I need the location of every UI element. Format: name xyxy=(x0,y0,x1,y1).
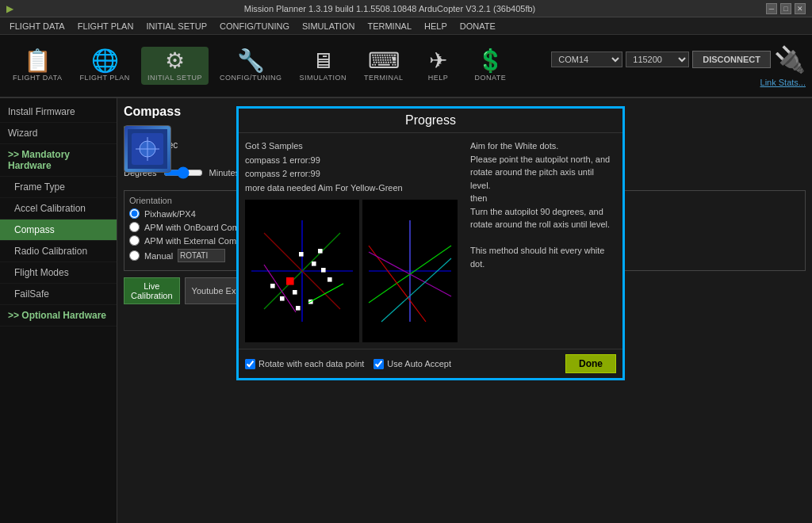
auto-accept-checkbox-label[interactable]: Use Auto Accept xyxy=(373,359,451,369)
sidebar-item-accel-calibration[interactable]: Accel Calibration xyxy=(0,198,117,220)
svg-rect-14 xyxy=(327,277,332,282)
sidebar-item-compass[interactable]: Compass xyxy=(0,220,117,241)
menu-item-config-tuning[interactable]: CONFIG/TUNING xyxy=(213,17,296,35)
auto-accept-text: Use Auto Accept xyxy=(387,359,451,368)
help-icon: ✈ xyxy=(429,50,447,72)
menu-item-flight-plan[interactable]: FLIGHT PLAN xyxy=(71,17,140,35)
flight-plan-label: FLIGHT PLAN xyxy=(80,74,130,82)
config-tuning-label: CONFIG/TUNING xyxy=(220,74,282,82)
nav-config-tuning[interactable]: 🔧 CONFIG/TUNING xyxy=(213,47,289,85)
rotate-checkbox-label[interactable]: Rotate with each data point xyxy=(245,359,364,369)
done-button[interactable]: Done xyxy=(565,354,616,373)
sidebar-item-frame-type[interactable]: Frame Type xyxy=(0,177,117,198)
terminal-icon: ⌨ xyxy=(368,50,400,72)
sidebar-item-install-firmware[interactable]: Install Firmware xyxy=(0,101,117,123)
menu-item-help[interactable]: HELP xyxy=(418,17,454,35)
flight-data-icon: 📋 xyxy=(24,50,52,72)
svg-rect-12 xyxy=(312,262,316,266)
dialog-title: Progress xyxy=(239,109,622,133)
svg-rect-17 xyxy=(296,306,301,311)
titlebar: ▶ Mission Planner 1.3.19 build 1.1.5508.… xyxy=(0,0,812,17)
sidebar-section-mandatory[interactable]: >> Mandatory Hardware xyxy=(0,144,117,177)
menu-item-donate[interactable]: DONATE xyxy=(454,17,502,35)
simulation-label: SIMULATION xyxy=(300,74,347,82)
help-label: HELP xyxy=(428,74,449,82)
calibration-status: Got 3 Samples compass 1 error:99 compass… xyxy=(245,139,458,195)
nav-flight-data[interactable]: 📋 FLIGHT DATA xyxy=(6,47,69,85)
dialog-footer: Rotate with each data point Use Auto Acc… xyxy=(239,349,622,378)
svg-rect-19 xyxy=(270,284,275,288)
svg-rect-15 xyxy=(293,290,297,295)
status-line-2: compass 1 error:99 xyxy=(245,154,458,168)
pixhawk-label: Pixhawk/PX4 xyxy=(144,209,196,219)
dialog-left-panel: Got 3 Samples compass 1 error:99 compass… xyxy=(239,133,464,349)
sidebar-item-wizard[interactable]: Wizard xyxy=(0,123,117,144)
top-right-controls: COM14 115200 DISCONNECT 🔌 Link Stats... xyxy=(551,44,806,87)
apm-onboard-label: APM with OnBoard Com xyxy=(144,223,239,232)
rotate-checkbox[interactable] xyxy=(245,359,255,369)
rotate-checkbox-text: Rotate with each data point xyxy=(259,359,364,368)
status-line-4: more data needed Aim For Yellow-Green xyxy=(245,181,458,196)
nav-initial-setup[interactable]: ⚙ INITIAL SETUP xyxy=(141,47,209,85)
auto-accept-checkbox[interactable] xyxy=(373,359,384,369)
live-calibration-button[interactable]: Live Calibration xyxy=(124,277,180,304)
menu-item-simulation[interactable]: SIMULATION xyxy=(296,17,361,35)
dialog-right-panel: Aim for the White dots. Please point the… xyxy=(464,133,622,349)
apm-external-label: APM with External Com xyxy=(144,236,236,246)
sidebar-item-flight-modes[interactable]: Flight Modes xyxy=(0,262,117,284)
svg-rect-11 xyxy=(299,252,304,257)
sidebar-section-optional[interactable]: >> Optional Hardware xyxy=(0,305,117,326)
sidebar-item-radio-calibration[interactable]: Radio Calibration xyxy=(0,241,117,262)
footer-checkboxes: Rotate with each data point Use Auto Acc… xyxy=(245,359,451,369)
calibration-canvas-right xyxy=(362,200,458,342)
window-controls: ─ □ ✕ xyxy=(766,3,806,14)
compass-image xyxy=(124,125,171,173)
menu-item-initial-setup[interactable]: INITIAL SETUP xyxy=(140,17,213,35)
menubar: FLIGHT DATAFLIGHT PLANINITIAL SETUPCONFI… xyxy=(0,17,812,35)
content-area: Compass Enable xyxy=(117,98,812,523)
donate-icon: 💲 xyxy=(477,50,504,72)
sidebar-item-failsafe[interactable]: FailSafe xyxy=(0,284,117,305)
pixhawk-radio[interactable] xyxy=(129,208,140,219)
initial-setup-icon: ⚙ xyxy=(165,50,185,72)
close-button[interactable]: ✕ xyxy=(795,3,806,14)
top-navigation: 📋 FLIGHT DATA 🌐 FLIGHT PLAN ⚙ INITIAL SE… xyxy=(0,35,812,98)
simulation-icon: 🖥 xyxy=(312,50,334,72)
terminal-label: TERMINAL xyxy=(364,74,404,82)
calibration-canvas-left xyxy=(245,200,359,342)
window-title: Mission Planner 1.3.19 build 1.1.5508.10… xyxy=(13,4,766,13)
sidebar: Install Firmware Wizard >> Mandatory Har… xyxy=(0,98,117,523)
nav-terminal[interactable]: ⌨ TERMINAL xyxy=(358,47,410,85)
donate-label: DONATE xyxy=(475,74,507,82)
instruction-north: Please point the autopilot north, and ro… xyxy=(470,153,616,193)
com-port-select[interactable]: COM14 xyxy=(551,52,622,67)
menu-item-terminal[interactable]: TERMINAL xyxy=(361,17,418,35)
nav-help[interactable]: ✈ HELP xyxy=(414,47,462,85)
instruction-method: This method should hit every white dot. xyxy=(470,244,616,270)
plug-icon: 🔌 xyxy=(774,44,806,74)
status-line-1: Got 3 Samples xyxy=(245,139,458,154)
svg-rect-10 xyxy=(286,277,294,285)
maximize-button[interactable]: □ xyxy=(780,3,791,14)
menu-item-flight-data[interactable]: FLIGHT DATA xyxy=(3,17,71,35)
baud-rate-select[interactable]: 115200 xyxy=(626,52,689,67)
minimize-button[interactable]: ─ xyxy=(766,3,777,14)
svg-rect-20 xyxy=(318,249,323,254)
dialog-body: Got 3 Samples compass 1 error:99 compass… xyxy=(239,133,622,349)
initial-setup-label: INITIAL SETUP xyxy=(147,74,202,82)
config-tuning-icon: 🔧 xyxy=(237,50,265,72)
rotation-input[interactable] xyxy=(178,249,225,262)
instruction-aim: Aim for the White dots. xyxy=(470,139,616,153)
nav-simulation[interactable]: 🖥 SIMULATION xyxy=(293,47,353,85)
instruction-90deg: Turn the autopilot 90 degrees, and rotat… xyxy=(470,205,616,231)
nav-donate[interactable]: 💲 DONATE xyxy=(466,47,514,85)
link-stats-link[interactable]: Link Stats... xyxy=(760,78,806,87)
disconnect-button[interactable]: DISCONNECT xyxy=(692,51,771,68)
nav-flight-plan[interactable]: 🌐 FLIGHT PLAN xyxy=(74,47,136,85)
main-layout: Install Firmware Wizard >> Mandatory Har… xyxy=(0,98,812,523)
instruction-then: then xyxy=(470,192,616,205)
apm-external-radio[interactable] xyxy=(129,235,140,246)
manual-radio[interactable] xyxy=(129,250,140,261)
apm-onboard-radio[interactable] xyxy=(129,222,140,232)
nav-icon-group: 📋 FLIGHT DATA 🌐 FLIGHT PLAN ⚙ INITIAL SE… xyxy=(6,47,514,85)
